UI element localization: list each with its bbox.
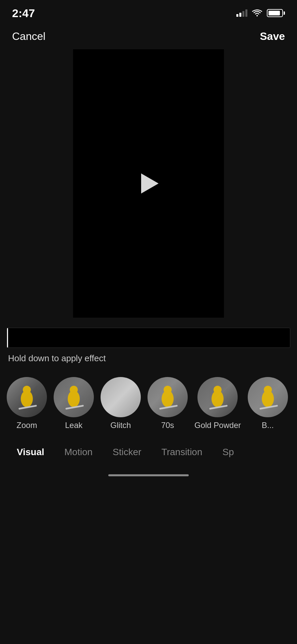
effect-item-leak[interactable]: Leak [54, 377, 94, 430]
tab-transition[interactable]: Transition [152, 443, 213, 461]
effect-label-goldpowder: Gold Powder [194, 421, 241, 430]
timeline-indicator [7, 328, 8, 347]
status-time: 2:47 [12, 7, 35, 20]
tab-sticker[interactable]: Sticker [103, 443, 152, 461]
timeline-bar[interactable] [7, 328, 290, 348]
effect-thumb-leak [54, 377, 94, 417]
save-button[interactable]: Save [260, 30, 285, 43]
skier-icon [197, 377, 238, 417]
battery-icon [267, 9, 285, 17]
effect-thumb-zoom [7, 377, 47, 417]
wifi-icon [252, 9, 262, 17]
cancel-button[interactable]: Cancel [12, 30, 46, 43]
effect-item-glitch[interactable]: Glitch [101, 377, 141, 430]
effect-thumb-goldpowder [197, 377, 238, 417]
tab-visual[interactable]: Visual [7, 443, 54, 461]
svg-point-2 [23, 386, 31, 394]
effect-label-zoom: Zoom [16, 421, 37, 430]
video-preview[interactable] [73, 49, 224, 318]
effect-label-leak: Leak [65, 421, 82, 430]
skier-icon [54, 377, 94, 417]
home-indicator [108, 474, 189, 476]
skier-icon [7, 377, 47, 417]
effect-thumb-partial [248, 377, 288, 417]
tab-motion[interactable]: Motion [54, 443, 103, 461]
play-button[interactable] [137, 172, 160, 195]
svg-point-0 [256, 15, 258, 16]
effect-item-partial[interactable]: B... [248, 377, 288, 430]
effect-thumb-glitch [101, 377, 141, 417]
home-indicator-area [0, 468, 297, 480]
timeline-section: Hold down to apply effect [0, 318, 297, 367]
effect-item-70s[interactable]: 70s [147, 377, 188, 430]
status-icons [236, 9, 285, 17]
skier-icon [147, 377, 188, 417]
effect-label-glitch: Glitch [110, 421, 131, 430]
svg-point-11 [214, 386, 222, 394]
play-icon [141, 173, 159, 194]
svg-point-5 [70, 386, 78, 394]
effect-label-70s: 70s [161, 421, 174, 430]
hold-down-text: Hold down to apply effect [7, 353, 290, 364]
status-bar: 2:47 [0, 0, 297, 23]
category-tabs: VisualMotionStickerTransitionSp [0, 437, 297, 468]
signal-bars-icon [236, 9, 247, 17]
tab-sp[interactable]: Sp [213, 443, 244, 461]
effects-list: ZoomLeakGlitch70sGold PowderB... [0, 367, 297, 437]
skier-icon [248, 377, 288, 417]
svg-point-14 [264, 386, 272, 394]
top-bar: Cancel Save [0, 23, 297, 49]
effect-item-zoom[interactable]: Zoom [7, 377, 47, 430]
effect-label-partial: B... [262, 421, 274, 430]
svg-point-8 [164, 386, 172, 394]
effect-item-goldpowder[interactable]: Gold Powder [194, 377, 241, 430]
effect-thumb-70s [147, 377, 188, 417]
